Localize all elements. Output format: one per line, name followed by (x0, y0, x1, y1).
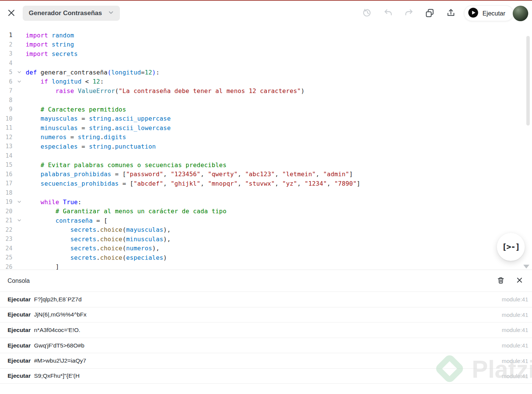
code-line[interactable]: 12 numeros = string.digits (0, 133, 532, 142)
top-accent-bar (0, 0, 532, 1)
trash-icon (497, 276, 505, 285)
code-line[interactable]: 26 ] (0, 262, 532, 270)
undo-button[interactable] (383, 8, 393, 19)
code-line[interactable]: 9 # Caracteres permitidos (0, 105, 532, 114)
code-text: secuencias_prohibidas = ["abcdef", "ghij… (26, 180, 532, 187)
code-text: numeros = string.digits (26, 133, 532, 141)
code-text: # Garantizar al menos un carácter de cad… (26, 208, 532, 215)
line-number: 23 (0, 236, 12, 242)
log-output: S9;QxFhu*]"{E'(H (34, 372, 79, 379)
scroll-down-icon[interactable] (523, 265, 529, 268)
code-text: palabras_prohibidas = ["password", "1234… (26, 171, 532, 178)
close-console-button[interactable] (515, 277, 524, 285)
history-button[interactable] (362, 8, 372, 19)
log-output: Gwq'jF'dT5>68O#b (34, 342, 84, 349)
line-number: 1 (0, 32, 12, 39)
code-line[interactable]: 13 especiales = string.punctuation (0, 142, 532, 151)
code-text: secrets.choice(mayusculas), (26, 226, 532, 233)
code-line[interactable]: 18 (0, 188, 532, 198)
log-source: module:41 (502, 358, 528, 364)
console-log-row[interactable]: EjecutarS9;QxFhu*]"{E'(Hmodule:41 (0, 368, 532, 384)
code-line[interactable]: 24 secrets.choice(numeros), (0, 244, 532, 253)
fold-chevron-icon[interactable] (12, 79, 26, 84)
avatar[interactable] (513, 6, 528, 21)
fold-chevron-icon[interactable] (12, 70, 26, 74)
history-icon (363, 8, 372, 19)
code-line[interactable]: 15 # Evitar palabras comunes o secuencia… (0, 160, 532, 170)
log-output: n*A3f04coc='E!O. (34, 327, 80, 334)
code-text: especiales = string.punctuation (26, 143, 532, 150)
undo-icon (383, 8, 393, 19)
code-line[interactable]: 20 # Garantizar al menos un carácter de … (0, 207, 532, 216)
code-text: mayusculas = string.ascii_uppercase (26, 115, 532, 122)
code-text: if longitud < 12: (26, 78, 532, 85)
close-icon (7, 8, 16, 19)
chevron-down-icon (107, 9, 115, 18)
file-selector-dropdown[interactable]: Generador Contraseñas (23, 6, 120, 21)
copy-icon (425, 8, 435, 19)
line-number: 8 (0, 97, 12, 104)
log-label: Ejecutar (8, 296, 34, 303)
code-line[interactable]: 10 mayusculas = string.ascii_uppercase (0, 114, 532, 124)
line-number: 24 (0, 245, 12, 252)
run-button[interactable]: Ejecutar (464, 5, 513, 21)
code-line[interactable]: 17 secuencias_prohibidas = ["abcdef", "g… (0, 179, 532, 188)
code-line[interactable]: 1import random (0, 31, 532, 40)
editor-scrollbar-thumb[interactable] (526, 36, 530, 126)
console-toggle-button[interactable]: [>-] (497, 233, 525, 261)
code-line[interactable]: 6 if longitud < 12: (0, 77, 532, 87)
code-line[interactable]: 7 raise ValueError("La contraseña debe t… (0, 86, 532, 96)
close-icon (516, 277, 523, 285)
toolbar: Generador Contraseñas E (0, 1, 532, 24)
console-log-row[interactable]: EjecutarF?]qlp2h,E8`PZ7dmodule:41 (0, 292, 532, 307)
code-text: secrets.choice(minusculas), (26, 236, 532, 243)
console-log-row[interactable]: EjecutarJjN(6|,mG%%4^bFxmodule:41 (0, 307, 532, 323)
code-line[interactable]: 8 (0, 96, 532, 105)
code-line[interactable]: 2import string (0, 40, 532, 50)
code-text: raise ValueError("La contraseña debe ten… (26, 87, 532, 95)
share-button[interactable] (446, 8, 456, 19)
line-number: 5 (0, 69, 12, 76)
console-log-row[interactable]: Ejecutar#M>wbu2\J2=iaQy7module:41 (0, 353, 532, 368)
fold-chevron-icon[interactable] (12, 200, 26, 204)
line-number: 12 (0, 134, 12, 141)
console-panel: Consola EjecutarF?]qlp2h,E8`PZ7dmodule:4… (0, 270, 532, 394)
code-text: # Caracteres permitidos (26, 106, 532, 113)
file-title: Generador Contraseñas (29, 9, 107, 17)
clear-console-button[interactable] (496, 277, 505, 285)
code-line[interactable]: 21 contraseña = [ (0, 216, 532, 225)
code-line[interactable]: 11 minusculas = string.ascii_lowercase (0, 123, 532, 133)
line-number: 10 (0, 115, 12, 122)
log-source: module:41 (502, 327, 528, 333)
code-line[interactable]: 16 palabras_prohibidas = ["password", "1… (0, 170, 532, 179)
redo-button[interactable] (403, 8, 414, 19)
log-source: module:41 (502, 342, 528, 349)
close-playground-button[interactable] (6, 8, 16, 18)
code-line[interactable]: 3import secrets (0, 49, 532, 59)
log-label: Ejecutar (8, 342, 34, 349)
line-number: 25 (0, 254, 12, 261)
code-line[interactable]: 4 (0, 59, 532, 68)
play-icon (468, 8, 478, 19)
console-log-row[interactable]: Ejecutarn*A3f04coc='E!O.module:41 (0, 322, 532, 338)
console-log-row[interactable]: EjecutarGwq'jF'dT5>68O#bmodule:41 (0, 338, 532, 353)
log-label: Ejecutar (8, 372, 34, 379)
line-number: 19 (0, 199, 12, 205)
code-editor[interactable]: 1import random2import string3import secr… (0, 25, 532, 270)
code-line[interactable]: 5def generar_contraseña(longitud=12): (0, 68, 532, 77)
code-line[interactable]: 19 while True: (0, 197, 532, 207)
code-text: def generar_contraseña(longitud=12): (26, 69, 532, 76)
copy-code-button[interactable] (425, 8, 435, 19)
line-number: 20 (0, 208, 12, 215)
code-line[interactable]: 22 secrets.choice(mayusculas), (0, 225, 532, 235)
line-number: 18 (0, 189, 12, 196)
code-line[interactable]: 14 (0, 151, 532, 161)
code-line[interactable]: 25 secrets.choice(especiales) (0, 253, 532, 262)
code-line[interactable]: 23 secrets.choice(minusculas), (0, 234, 532, 244)
line-number: 13 (0, 143, 12, 150)
code-text: secrets.choice(numeros), (26, 245, 532, 252)
line-number: 11 (0, 124, 12, 131)
fold-chevron-icon[interactable] (12, 218, 26, 223)
code-text: minusculas = string.ascii_lowercase (26, 124, 532, 132)
line-number: 15 (0, 161, 12, 168)
